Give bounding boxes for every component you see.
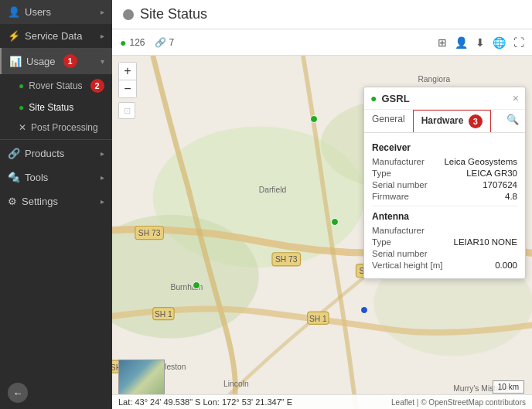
usage-badge: 1 [63, 54, 77, 68]
grid-view-icon[interactable]: ⊞ [438, 36, 447, 49]
settings-icon: ⚙ [8, 196, 17, 207]
page-header: Site Status [112, 0, 532, 29]
receiver-manufacturer-value: Leica Geosystems [444, 157, 517, 166]
toolbar-stat-sites: ● 126 [120, 36, 145, 49]
zoom-out-button[interactable]: − [119, 80, 136, 97]
svg-text:Darfield: Darfield [259, 186, 287, 194]
receiver-manufacturer-row: Manufacturer Leica Geosystems [372, 157, 517, 166]
svg-text:SH 1: SH 1 [309, 315, 327, 323]
receiver-firmware-label: Firmware [372, 192, 409, 201]
antenna-height-label: Vertical height [m] [372, 261, 442, 270]
toolbar-sites-count: 126 [129, 37, 145, 48]
sidebar-item-settings[interactable]: ⚙ Settings ▸ [0, 189, 112, 213]
page-title: Site Status [140, 6, 207, 22]
sidebar-item-rover-status[interactable]: ● Rover Status 2 [0, 74, 112, 97]
sidebar-label-service-data: Service Data [25, 30, 82, 42]
hardware-tab-badge: 3 [469, 114, 483, 128]
popup-title: GSRL [381, 93, 409, 104]
person-icon[interactable]: 👤 [455, 36, 468, 49]
receiver-section-title: Receiver [372, 142, 517, 153]
sidebar-label-users: Users [25, 6, 51, 18]
svg-text:Rangiora: Rangiora [418, 75, 450, 84]
map-background: SH 73 SH 73 SH 73 SH 1 SH 1 SH 1 Rangior… [112, 56, 532, 409]
scale-bar-label: 10 km [498, 383, 519, 391]
popup-status-dot: ● [370, 92, 377, 104]
site-status-header-icon [123, 9, 134, 20]
svg-text:SH 73: SH 73 [138, 229, 161, 237]
expand-icon-products: ▸ [101, 149, 104, 158]
mini-map [118, 360, 165, 395]
receiver-firmware-value: 4.8 [505, 192, 517, 201]
extent-icon: ⊡ [124, 106, 131, 116]
antenna-section-title: Antenna [372, 211, 517, 222]
collapse-sidebar-button[interactable]: ← [0, 377, 112, 409]
sidebar-label-rover-status: Rover Status [29, 80, 82, 91]
expand-icon[interactable]: ⛶ [513, 36, 524, 49]
expand-icon-users: ▸ [101, 8, 104, 16]
map-marker-3[interactable] [331, 218, 339, 226]
mini-map-inner [119, 360, 164, 394]
map-marker-1[interactable] [310, 115, 318, 123]
sidebar-item-products[interactable]: 🔗 Products ▸ [0, 141, 112, 165]
receiver-type-label: Type [372, 169, 391, 178]
expand-icon-tools: ▸ [101, 173, 104, 182]
antenna-type-value: LEIAR10 NONE [454, 237, 517, 247]
map-marker-6[interactable] [360, 306, 368, 314]
map-extent-button[interactable]: ⊡ [118, 102, 135, 119]
zoom-in-button[interactable]: + [119, 63, 136, 80]
antenna-serial-row: Serial number [372, 249, 517, 258]
rover-status-badge: 2 [90, 79, 104, 93]
rover-status-dot-icon: ● [19, 80, 24, 91]
toolbar-stat-links: 🔗 7 [155, 37, 175, 48]
coordinates-bar: Lat: 43° 24' 49.538" S Lon: 172° 53' 21.… [112, 394, 532, 409]
toolbar-icons: ⊞ 👤 ⬇ 🌐 ⛶ [438, 36, 524, 49]
sidebar-label-settings: Settings [22, 196, 58, 207]
tab-hardware[interactable]: Hardware 3 [413, 110, 491, 132]
sidebar-label-tools: Tools [25, 172, 48, 183]
sidebar-item-tools[interactable]: 🔩 Tools ▸ [0, 165, 112, 189]
antenna-height-value: 0.000 [495, 261, 517, 270]
tools-icon: 🔩 [8, 172, 20, 183]
map-marker-5[interactable] [193, 281, 200, 289]
service-data-icon: ⚡ [8, 30, 20, 42]
stat-link-icon: 🔗 [155, 37, 166, 48]
popup-close-button[interactable]: × [513, 92, 519, 104]
receiver-type-row: Type LEICA GR30 [372, 169, 517, 178]
sidebar-label-products: Products [25, 148, 64, 159]
post-processing-x-icon: ✕ [19, 122, 26, 133]
sidebar-item-service-data[interactable]: ⚡ Service Data ▸ [0, 24, 112, 48]
popup-header: ● GSRL × [364, 87, 525, 110]
receiver-serial-value: 1707624 [483, 180, 517, 189]
tab-general-label: General [372, 114, 405, 124]
coordinates-text: Lat: 43° 24' 49.538" S Lon: 172° 53' 21.… [118, 397, 292, 407]
antenna-manufacturer-row: Manufacturer [372, 226, 517, 235]
receiver-type-value: LEICA GR30 [466, 169, 517, 178]
collapse-icon: ← [13, 387, 23, 399]
tab-general[interactable]: General [364, 110, 413, 132]
map-zoom-controls: + − [118, 62, 137, 98]
popup-tabs: General Hardware 3 🔍 [364, 110, 525, 133]
receiver-serial-row: Serial number 1707624 [372, 180, 517, 189]
sidebar-label-site-status: Site Status [29, 102, 73, 113]
popup-search-button[interactable]: 🔍 [500, 110, 525, 132]
antenna-height-row: Vertical height [m] 0.000 [372, 261, 517, 270]
map-toolbar: ● 126 🔗 7 ⊞ 👤 ⬇ 🌐 ⛶ [112, 29, 532, 56]
usage-icon: 📊 [9, 56, 22, 67]
sidebar-item-site-status[interactable]: ● Site Status [0, 97, 112, 118]
globe-icon[interactable]: 🌐 [493, 36, 506, 49]
scale-bar: 10 km [493, 380, 524, 394]
search-icon: 🔍 [506, 114, 519, 125]
download-icon[interactable]: ⬇ [476, 36, 485, 49]
sidebar-item-users[interactable]: 👤 Users ▸ [0, 0, 112, 24]
antenna-serial-label: Serial number [372, 249, 428, 258]
sidebar: 👤 Users ▸ ⚡ Service Data ▸ 📊 Usage 1 ▾ ●… [0, 0, 112, 409]
svg-text:SH 73: SH 73 [275, 255, 298, 264]
products-icon: 🔗 [8, 148, 20, 159]
map-container[interactable]: SH 73 SH 73 SH 73 SH 1 SH 1 SH 1 Rangior… [112, 56, 532, 409]
toolbar-links-count: 7 [169, 37, 175, 48]
sidebar-item-post-processing[interactable]: ✕ Post Processing [0, 118, 112, 138]
main-content: Site Status ● 126 🔗 7 ⊞ 👤 ⬇ 🌐 ⛶ [112, 0, 532, 409]
sidebar-label-post-processing: Post Processing [31, 122, 98, 133]
antenna-manufacturer-label: Manufacturer [372, 226, 425, 235]
sidebar-item-usage[interactable]: 📊 Usage 1 ▾ [0, 48, 112, 74]
